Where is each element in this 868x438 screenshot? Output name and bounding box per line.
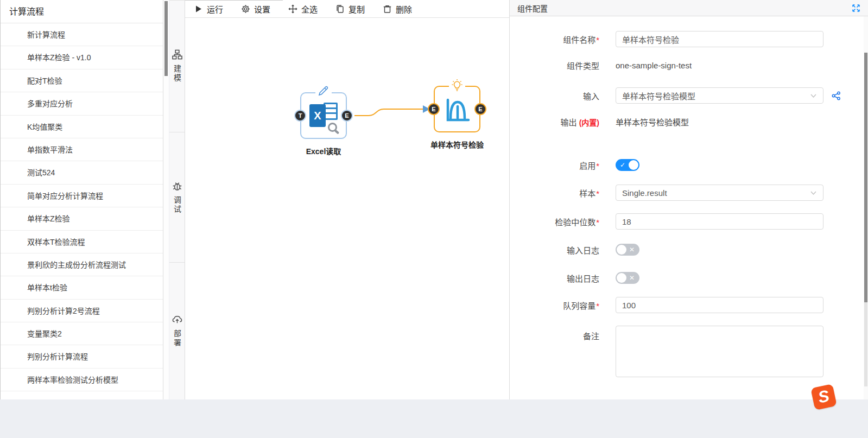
panel-scrollbar-thumb[interactable] xyxy=(864,53,867,302)
port-in-e[interactable]: E xyxy=(428,103,440,115)
delete-label: 删除 xyxy=(396,3,412,15)
sidebar-item-flow[interactable]: 简单对应分析计算流程 xyxy=(1,185,163,207)
sidebar-item-flow[interactable]: 配对T检验 xyxy=(1,69,163,92)
run-button[interactable]: 运行 xyxy=(194,3,223,15)
field-row-type: 组件类型 one-sample-sign-test xyxy=(510,60,868,71)
input-log-toggle[interactable]: ✕ xyxy=(616,244,639,256)
strip-tab-debug[interactable]: 调试 xyxy=(169,132,185,263)
check-icon: ✓ xyxy=(620,159,625,171)
median-label: 检验中位数 xyxy=(555,218,595,227)
field-row-output-log: 输出日志 ✕ xyxy=(510,272,868,284)
component-type-value: one-sample-sign-test xyxy=(616,61,692,70)
expand-icon[interactable] xyxy=(852,4,860,12)
flow-area[interactable]: X T E Excel读取 xyxy=(185,18,509,399)
panel-header: 组件配置 xyxy=(510,0,868,16)
required-asterisk: * xyxy=(596,301,599,310)
input-model-select[interactable]: 单样本符号检验模型 xyxy=(616,87,823,104)
sample-value: Single.result xyxy=(622,188,810,198)
remark-textarea[interactable] xyxy=(616,326,823,377)
sidebar-item-flow[interactable]: 单指数平滑法 xyxy=(1,138,163,161)
sidebar-title: 计算流程 xyxy=(1,0,163,23)
enabled-toggle[interactable]: ✓ xyxy=(616,159,639,171)
sidebar-item-flow[interactable]: 判别分析计算2号流程 xyxy=(1,300,163,322)
gear-icon xyxy=(241,4,250,14)
type-label: 组件类型 xyxy=(567,61,599,71)
name-label: 组件名称 xyxy=(563,35,595,45)
node-one-sample-sign-test[interactable]: E E 单样本符号检验 xyxy=(434,86,480,132)
delete-button[interactable]: 删除 xyxy=(383,3,412,15)
bug-icon xyxy=(172,181,182,191)
play-icon xyxy=(194,4,203,14)
move-icon xyxy=(288,4,297,14)
bulb-icon[interactable] xyxy=(449,79,465,92)
edit-pencil-icon[interactable] xyxy=(315,85,332,97)
port-out-e[interactable]: E xyxy=(474,103,486,115)
deploy-cloud-icon xyxy=(172,314,182,325)
distribution-chart-icon xyxy=(444,96,472,124)
sidebar-item-flow[interactable]: 测试524 xyxy=(1,161,163,184)
port-out-e[interactable]: E xyxy=(341,110,353,122)
trash-icon xyxy=(383,4,392,14)
select-all-button[interactable]: 全选 xyxy=(288,3,318,15)
input-model-value: 单样本符号检验模型 xyxy=(622,90,810,101)
copy-icon xyxy=(335,4,345,14)
queue-capacity-input[interactable] xyxy=(616,297,823,313)
port-in-t[interactable]: T xyxy=(294,110,306,122)
sidebar-item-flow[interactable]: 变量聚类2 xyxy=(1,322,163,345)
sample-label: 样本 xyxy=(579,189,595,198)
field-row-name: 组件名称* xyxy=(510,31,868,47)
settings-button[interactable]: 设置 xyxy=(241,3,270,15)
sidebar-item-flow[interactable]: 多重对应分析 xyxy=(1,92,163,115)
field-row-median: 检验中位数* xyxy=(510,213,868,230)
output-label: 输出 xyxy=(560,118,576,127)
copy-label: 复制 xyxy=(349,3,365,15)
component-name-input[interactable] xyxy=(616,31,823,47)
sidebar-item-flow[interactable]: 单样本t检验 xyxy=(1,276,163,299)
panel-title: 组件配置 xyxy=(517,3,548,14)
output-model-value: 单样本符号检验模型 xyxy=(616,116,689,128)
field-row-queue: 队列容量* xyxy=(510,297,868,313)
canvas-toolbar: 运行 设置 全选 xyxy=(185,0,509,18)
output-log-toggle[interactable]: ✕ xyxy=(616,272,639,284)
share-nodes-icon[interactable] xyxy=(832,91,841,100)
flow-canvas[interactable]: 运行 设置 全选 xyxy=(185,0,509,399)
queue-label: 队列容量 xyxy=(563,301,595,310)
test-median-input[interactable] xyxy=(616,213,823,230)
panel-body: 组件名称* 组件类型 one-sample-sign-test 输入 单样本符号… xyxy=(510,16,868,399)
sidebar-item-flow[interactable]: 两样本率检验测试分析模型 xyxy=(1,369,163,391)
enabled-label: 启用 xyxy=(579,161,595,170)
app-root: 计算流程 新计算流程 单样本Z检验 - v1.0 配对T检验 多重对应分析 K均… xyxy=(0,0,868,438)
required-asterisk: * xyxy=(596,189,599,198)
sidebar-item-flow[interactable]: 双样本T检验流程 xyxy=(1,231,163,253)
sidebar-scrollbar-thumb[interactable] xyxy=(164,1,168,76)
strip-tab-modeling[interactable]: 建模 xyxy=(169,1,185,132)
canvas-top-divider xyxy=(185,0,283,1)
sidebar-scrollbar[interactable] xyxy=(163,0,169,399)
sidebar-item-flow[interactable]: K均值聚类 xyxy=(1,116,163,138)
sidebar-item-flow[interactable]: 判别分析计算流程 xyxy=(1,345,163,368)
panel-scrollbar[interactable] xyxy=(864,16,868,399)
node-label: 单样本符号检验 xyxy=(430,139,484,150)
sidebar-item-flow[interactable]: 单样本Z检验 xyxy=(1,207,163,230)
copy-button[interactable]: 复制 xyxy=(335,3,365,15)
sidebar-item-flow[interactable]: 景利欣的主成份分析流程测试 xyxy=(1,253,163,276)
sample-select[interactable]: Single.result xyxy=(616,185,823,201)
brand-s-logo: S xyxy=(810,384,837,410)
builtin-tag: (内置) xyxy=(579,118,599,127)
org-chart-icon xyxy=(172,49,182,60)
settings-label: 设置 xyxy=(254,3,270,15)
field-row-output: 输出 (内置) 单样本符号检验模型 xyxy=(510,116,868,128)
remark-label: 备注 xyxy=(583,332,599,341)
field-row-enabled: 启用* ✓ xyxy=(510,159,868,171)
excel-icon: X xyxy=(309,101,339,131)
run-label: 运行 xyxy=(207,3,223,15)
node-label: Excel读取 xyxy=(306,145,341,156)
sidebar-item-flow[interactable]: 单样本Z检验 - v1.0 xyxy=(1,46,163,69)
strip-tab-label: 调试 xyxy=(172,196,182,214)
node-excel-read[interactable]: X T E Excel读取 xyxy=(300,92,347,139)
output-log-label: 输出日志 xyxy=(567,274,599,283)
strip-tab-label: 建模 xyxy=(172,65,182,83)
field-row-input-log: 输入日志 ✕ xyxy=(510,244,868,256)
strip-tab-deploy[interactable]: 部署 xyxy=(169,263,185,399)
sidebar-item-flow[interactable]: 新计算流程 xyxy=(1,23,163,46)
